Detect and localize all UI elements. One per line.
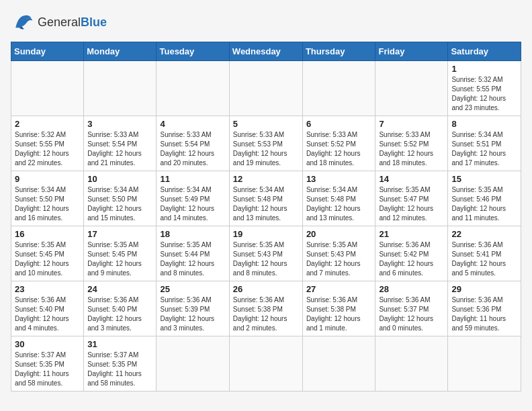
day-cell: 29Sunrise: 5:36 AM Sunset: 5:36 PM Dayli… [448, 281, 521, 336]
day-number: 24 [87, 284, 152, 294]
day-number: 2 [15, 119, 80, 129]
week-row-3: 16Sunrise: 5:35 AM Sunset: 5:45 PM Dayli… [11, 226, 521, 281]
day-info: Sunrise: 5:34 AM Sunset: 5:49 PM Dayligh… [160, 185, 225, 223]
day-number: 14 [379, 174, 444, 184]
day-number: 3 [87, 119, 152, 129]
day-cell: 19Sunrise: 5:35 AM Sunset: 5:43 PM Dayli… [229, 226, 302, 281]
day-cell [11, 61, 84, 116]
day-cell: 27Sunrise: 5:36 AM Sunset: 5:38 PM Dayli… [302, 281, 375, 336]
day-cell [229, 61, 302, 116]
day-info: Sunrise: 5:34 AM Sunset: 5:50 PM Dayligh… [15, 185, 80, 223]
day-cell: 13Sunrise: 5:34 AM Sunset: 5:48 PM Dayli… [302, 171, 375, 226]
day-cell: 17Sunrise: 5:35 AM Sunset: 5:45 PM Dayli… [84, 226, 157, 281]
day-number: 8 [451, 119, 517, 129]
day-cell: 1Sunrise: 5:32 AM Sunset: 5:55 PM Daylig… [448, 61, 521, 116]
day-number: 20 [306, 229, 372, 239]
day-info: Sunrise: 5:37 AM Sunset: 5:35 PM Dayligh… [15, 351, 80, 388]
header: GeneralBlue [11, 11, 521, 35]
logo-text: GeneralBlue [38, 16, 107, 30]
day-info: Sunrise: 5:33 AM Sunset: 5:54 PM Dayligh… [160, 130, 225, 168]
weekday-header-friday: Friday [375, 42, 448, 61]
day-cell: 26Sunrise: 5:36 AM Sunset: 5:38 PM Dayli… [229, 281, 302, 336]
day-info: Sunrise: 5:36 AM Sunset: 5:38 PM Dayligh… [233, 295, 299, 333]
day-cell: 28Sunrise: 5:36 AM Sunset: 5:37 PM Dayli… [375, 281, 448, 336]
day-cell: 25Sunrise: 5:36 AM Sunset: 5:39 PM Dayli… [157, 281, 229, 336]
day-cell: 8Sunrise: 5:34 AM Sunset: 5:51 PM Daylig… [448, 116, 521, 171]
week-row-2: 9Sunrise: 5:34 AM Sunset: 5:50 PM Daylig… [11, 171, 521, 226]
day-info: Sunrise: 5:36 AM Sunset: 5:40 PM Dayligh… [87, 295, 152, 333]
calendar-header: SundayMondayTuesdayWednesdayThursdayFrid… [11, 42, 521, 61]
day-cell: 3Sunrise: 5:33 AM Sunset: 5:54 PM Daylig… [84, 116, 157, 171]
day-info: Sunrise: 5:34 AM Sunset: 5:50 PM Dayligh… [87, 185, 152, 223]
day-info: Sunrise: 5:33 AM Sunset: 5:54 PM Dayligh… [87, 130, 152, 168]
day-number: 23 [15, 284, 80, 294]
day-info: Sunrise: 5:35 AM Sunset: 5:45 PM Dayligh… [15, 240, 80, 278]
day-info: Sunrise: 5:35 AM Sunset: 5:43 PM Dayligh… [233, 240, 299, 278]
day-cell: 31Sunrise: 5:37 AM Sunset: 5:35 PM Dayli… [84, 336, 157, 392]
day-cell [302, 336, 375, 392]
day-cell [302, 61, 375, 116]
day-cell: 18Sunrise: 5:35 AM Sunset: 5:44 PM Dayli… [157, 226, 229, 281]
week-row-4: 23Sunrise: 5:36 AM Sunset: 5:40 PM Dayli… [11, 281, 521, 336]
day-info: Sunrise: 5:33 AM Sunset: 5:52 PM Dayligh… [306, 130, 372, 168]
day-number: 25 [160, 284, 225, 294]
day-cell: 2Sunrise: 5:32 AM Sunset: 5:55 PM Daylig… [11, 116, 84, 171]
day-info: Sunrise: 5:35 AM Sunset: 5:46 PM Dayligh… [451, 185, 517, 223]
day-number: 10 [87, 174, 152, 184]
day-cell: 30Sunrise: 5:37 AM Sunset: 5:35 PM Dayli… [11, 336, 84, 392]
day-info: Sunrise: 5:34 AM Sunset: 5:48 PM Dayligh… [233, 185, 299, 223]
day-cell: 11Sunrise: 5:34 AM Sunset: 5:49 PM Dayli… [157, 171, 229, 226]
day-number: 18 [160, 229, 225, 239]
day-cell [375, 336, 448, 392]
day-cell [375, 61, 448, 116]
day-number: 9 [15, 174, 80, 184]
day-info: Sunrise: 5:35 AM Sunset: 5:47 PM Dayligh… [379, 185, 444, 223]
weekday-header-tuesday: Tuesday [157, 42, 229, 61]
day-number: 6 [306, 119, 372, 129]
day-cell: 22Sunrise: 5:36 AM Sunset: 5:41 PM Dayli… [448, 226, 521, 281]
day-info: Sunrise: 5:36 AM Sunset: 5:38 PM Dayligh… [306, 295, 372, 333]
weekday-header-saturday: Saturday [448, 42, 521, 61]
calendar-body: 1Sunrise: 5:32 AM Sunset: 5:55 PM Daylig… [11, 61, 521, 392]
day-cell: 21Sunrise: 5:36 AM Sunset: 5:42 PM Dayli… [375, 226, 448, 281]
day-info: Sunrise: 5:36 AM Sunset: 5:36 PM Dayligh… [451, 295, 517, 333]
day-info: Sunrise: 5:32 AM Sunset: 5:55 PM Dayligh… [15, 130, 80, 168]
day-cell: 7Sunrise: 5:33 AM Sunset: 5:52 PM Daylig… [375, 116, 448, 171]
day-cell: 10Sunrise: 5:34 AM Sunset: 5:50 PM Dayli… [84, 171, 157, 226]
day-number: 4 [160, 119, 225, 129]
day-cell [157, 61, 229, 116]
day-cell: 16Sunrise: 5:35 AM Sunset: 5:45 PM Dayli… [11, 226, 84, 281]
day-info: Sunrise: 5:36 AM Sunset: 5:37 PM Dayligh… [379, 295, 444, 333]
day-number: 29 [451, 284, 517, 294]
day-cell: 20Sunrise: 5:35 AM Sunset: 5:43 PM Dayli… [302, 226, 375, 281]
day-number: 31 [87, 339, 152, 349]
day-info: Sunrise: 5:33 AM Sunset: 5:52 PM Dayligh… [379, 130, 444, 168]
calendar: SundayMondayTuesdayWednesdayThursdayFrid… [11, 42, 521, 392]
weekday-row: SundayMondayTuesdayWednesdayThursdayFrid… [11, 42, 521, 61]
weekday-header-thursday: Thursday [302, 42, 375, 61]
day-info: Sunrise: 5:35 AM Sunset: 5:44 PM Dayligh… [160, 240, 225, 278]
week-row-1: 2Sunrise: 5:32 AM Sunset: 5:55 PM Daylig… [11, 116, 521, 171]
day-cell: 9Sunrise: 5:34 AM Sunset: 5:50 PM Daylig… [11, 171, 84, 226]
day-cell [84, 61, 157, 116]
day-cell: 15Sunrise: 5:35 AM Sunset: 5:46 PM Dayli… [448, 171, 521, 226]
day-info: Sunrise: 5:35 AM Sunset: 5:45 PM Dayligh… [87, 240, 152, 278]
day-info: Sunrise: 5:36 AM Sunset: 5:40 PM Dayligh… [15, 295, 80, 333]
weekday-header-sunday: Sunday [11, 42, 84, 61]
day-info: Sunrise: 5:36 AM Sunset: 5:41 PM Dayligh… [451, 240, 517, 278]
day-cell: 12Sunrise: 5:34 AM Sunset: 5:48 PM Dayli… [229, 171, 302, 226]
logo: GeneralBlue [11, 11, 107, 35]
day-number: 17 [87, 229, 152, 239]
day-info: Sunrise: 5:32 AM Sunset: 5:55 PM Dayligh… [451, 75, 517, 113]
day-cell: 23Sunrise: 5:36 AM Sunset: 5:40 PM Dayli… [11, 281, 84, 336]
day-cell [157, 336, 229, 392]
day-number: 13 [306, 174, 372, 184]
day-info: Sunrise: 5:35 AM Sunset: 5:43 PM Dayligh… [306, 240, 372, 278]
day-number: 22 [451, 229, 517, 239]
day-number: 28 [379, 284, 444, 294]
day-cell: 5Sunrise: 5:33 AM Sunset: 5:53 PM Daylig… [229, 116, 302, 171]
day-number: 19 [233, 229, 299, 239]
weekday-header-wednesday: Wednesday [229, 42, 302, 61]
day-number: 30 [15, 339, 80, 349]
day-info: Sunrise: 5:34 AM Sunset: 5:51 PM Dayligh… [451, 130, 517, 168]
